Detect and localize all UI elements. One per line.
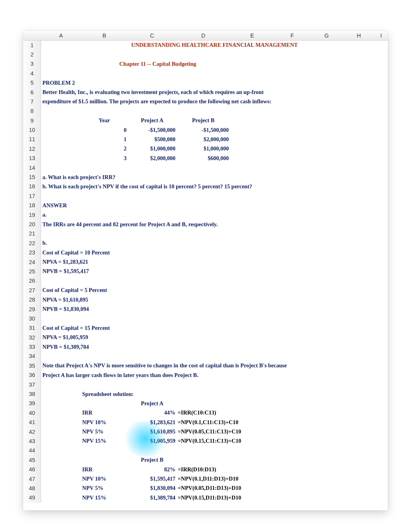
row-39[interactable]: 39 — [23, 399, 41, 408]
npva-5: NPVA = $1,610,895 — [41, 295, 388, 304]
label-npv15-b: NPV 15% — [81, 493, 128, 502]
row-30[interactable]: 30 — [23, 314, 41, 323]
row-2[interactable]: 2 — [23, 50, 41, 59]
val-irr-a[interactable]: 44% — [128, 408, 176, 418]
row-34[interactable]: 34 — [23, 351, 41, 361]
row-20[interactable]: 20 — [23, 220, 41, 229]
cf-b-3[interactable]: $600,000 — [176, 153, 230, 163]
val-npv10-b[interactable]: $1,595,417 — [128, 474, 176, 483]
cf-a-0[interactable]: -$1,500,000 — [128, 125, 176, 135]
col-I[interactable]: I — [374, 31, 388, 40]
row-13[interactable]: 13 — [23, 153, 41, 163]
row-40[interactable]: 40 — [23, 408, 41, 418]
row-3[interactable]: 3 — [23, 59, 41, 68]
project-a-header: Project A — [128, 399, 176, 408]
doc-title: UNDERSTANDING HEALTHCARE FINANCIAL MANAG… — [41, 40, 388, 49]
row-14[interactable]: 14 — [23, 163, 41, 172]
row-47[interactable]: 47 — [23, 474, 41, 483]
coc-10: Cost of Capital = 10 Percent — [41, 248, 388, 257]
problem-line-1: Better Health, Inc., is evaluating two i… — [41, 87, 388, 97]
formula-npv10-a: =NPV(0.1,C11:C13)+C10 — [176, 418, 388, 427]
row-38[interactable]: 38 — [23, 389, 41, 399]
col-F[interactable]: F — [274, 31, 310, 40]
row-37[interactable]: 37 — [23, 380, 41, 389]
cf-year-0[interactable]: 0 — [81, 125, 128, 135]
row-41[interactable]: 41 — [23, 418, 41, 427]
cf-a-2[interactable]: $1,000,000 — [128, 144, 176, 153]
row-33[interactable]: 33 — [23, 342, 41, 351]
row-4[interactable]: 4 — [23, 69, 41, 78]
row-45[interactable]: 45 — [23, 455, 41, 465]
row-8[interactable]: 8 — [23, 106, 41, 116]
col-A[interactable]: A — [41, 31, 81, 40]
problem-label: PROBLEM 2 — [41, 78, 388, 87]
spreadsheet-grid: A B C D E F G H I 1 UNDERSTANDING HEALTH… — [23, 31, 388, 503]
row-15[interactable]: 15 — [23, 172, 41, 182]
row-23[interactable]: 23 — [23, 248, 41, 257]
col-E[interactable]: E — [230, 31, 274, 40]
val-npv5-b[interactable]: $1,830,094 — [128, 484, 176, 493]
col-H[interactable]: H — [343, 31, 374, 40]
cf-b-1[interactable]: $2,000,000 — [176, 135, 230, 144]
val-npv10-a[interactable]: $1,283,621 — [128, 418, 176, 427]
row-35[interactable]: 35 — [23, 361, 41, 370]
row-7[interactable]: 7 — [23, 97, 41, 106]
npvb-5: NPVB = $1,830,094 — [41, 304, 388, 314]
coc-5: Cost of Capital = 5 Percent — [41, 286, 388, 295]
label-npv5-b: NPV 5% — [81, 484, 128, 493]
row-10[interactable]: 10 — [23, 125, 41, 135]
val-npv15-b[interactable]: $1,389,784 — [128, 493, 176, 502]
chapter-title: Chapter 11 -- Capital Budgeting — [41, 59, 274, 68]
formula-npv10-b: =NPV(0.1,D11:D13)+D10 — [176, 474, 388, 483]
row-18[interactable]: 18 — [23, 201, 41, 210]
row-24[interactable]: 24 — [23, 257, 41, 266]
hdr-project-b: Project B — [176, 116, 230, 125]
cf-year-2[interactable]: 2 — [81, 144, 128, 153]
row-19[interactable]: 19 — [23, 210, 41, 219]
row-5[interactable]: 5 — [23, 78, 41, 87]
answer-label: ANSWER — [41, 201, 388, 210]
row-1[interactable]: 1 — [23, 40, 41, 49]
row-49[interactable]: 49 — [23, 493, 41, 502]
row-36[interactable]: 36 — [23, 370, 41, 380]
row-28[interactable]: 28 — [23, 295, 41, 304]
row-46[interactable]: 46 — [23, 465, 41, 474]
question-a: a. What is each project's IRR? — [41, 172, 388, 182]
coc-15: Cost of Capital = 15 Percent — [41, 323, 388, 332]
cf-year-3[interactable]: 3 — [81, 153, 128, 163]
row-31[interactable]: 31 — [23, 323, 41, 332]
label-npv15-a: NPV 15% — [81, 437, 128, 446]
row-29[interactable]: 29 — [23, 304, 41, 314]
row-6[interactable]: 6 — [23, 87, 41, 97]
corner-cell[interactable] — [23, 31, 41, 40]
row-16[interactable]: 16 — [23, 182, 41, 191]
row-11[interactable]: 11 — [23, 135, 41, 144]
row-27[interactable]: 27 — [23, 286, 41, 295]
cf-year-1[interactable]: 1 — [81, 135, 128, 144]
val-npv15-a[interactable]: $1,005,959 — [128, 437, 176, 446]
col-D[interactable]: D — [176, 31, 230, 40]
row-21[interactable]: 21 — [23, 229, 41, 238]
cf-a-1[interactable]: $500,000 — [128, 135, 176, 144]
row-48[interactable]: 48 — [23, 484, 41, 493]
row-22[interactable]: 22 — [23, 239, 41, 248]
row-25[interactable]: 25 — [23, 267, 41, 276]
row-32[interactable]: 32 — [23, 333, 41, 342]
col-C[interactable]: C — [128, 31, 176, 40]
col-B[interactable]: B — [81, 31, 128, 40]
cf-b-2[interactable]: $1,000,000 — [176, 144, 230, 153]
row-17[interactable]: 17 — [23, 191, 41, 201]
row-42[interactable]: 42 — [23, 427, 41, 436]
row-43[interactable]: 43 — [23, 437, 41, 446]
val-npv5-a[interactable]: $1,610,895 — [128, 427, 176, 436]
cf-b-0[interactable]: -$1,500,000 — [176, 125, 230, 135]
row-12[interactable]: 12 — [23, 144, 41, 153]
cf-a-3[interactable]: $2,000,000 — [128, 153, 176, 163]
formula-npv5-a: =NPV(0.05,C11:C13)+C10 — [176, 427, 388, 436]
row-9[interactable]: 9 — [23, 116, 41, 125]
val-irr-b[interactable]: 82% — [128, 465, 176, 474]
row-26[interactable]: 26 — [23, 276, 41, 285]
col-G[interactable]: G — [310, 31, 343, 40]
formula-irr-b: =IRR(D10:D13) — [176, 465, 388, 474]
row-44[interactable]: 44 — [23, 446, 41, 455]
